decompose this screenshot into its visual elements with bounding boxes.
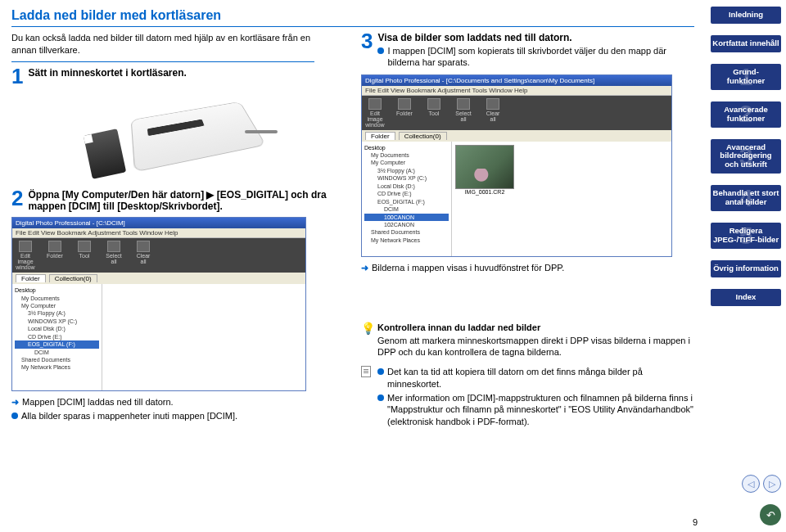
document-icon bbox=[361, 366, 373, 377]
bullet-dot bbox=[377, 394, 384, 401]
step-3-number: 3 bbox=[361, 32, 373, 71]
nav-ovrig[interactable]: Övrig information bbox=[711, 260, 781, 277]
bullet-dot bbox=[11, 413, 18, 419]
tip-notes: Det kan ta tid att kopiera till datorn o… bbox=[361, 366, 694, 429]
ss1-view bbox=[102, 284, 305, 390]
step-3-bullet: I mappen [DCIM] som kopierats till skriv… bbox=[377, 45, 694, 69]
prev-page-button[interactable]: ◁ bbox=[742, 475, 760, 493]
caption-a1: ➜ Mappen [DCIM] laddas ned till datorn. bbox=[11, 396, 345, 408]
nav-inledning[interactable]: Inledning bbox=[711, 7, 781, 24]
nav-jpeg[interactable]: 5Redigera JPEG-/TIFF-bilder bbox=[711, 223, 781, 249]
tb-folder: Folder bbox=[45, 241, 65, 270]
screenshot-dpp-2: Digital Photo Professional - [C:\Documen… bbox=[361, 74, 672, 257]
reader-body-shape bbox=[130, 101, 265, 173]
tb-clear-all: Clear all bbox=[133, 241, 153, 270]
step-2-title: Öppna [My Computer/Den här datorn] ▶ [EO… bbox=[28, 189, 345, 212]
sidebar-nav: Inledning Kortfattat innehåll 1Grund- fu… bbox=[706, 0, 786, 532]
caption-b1: Alla bilder sparas i mappenheter inuti m… bbox=[11, 410, 345, 422]
step-3: 3 Visa de bilder som laddats ned till da… bbox=[361, 32, 694, 71]
tip2-b2: Mer information om [DCIM]-mappstrukturen… bbox=[377, 392, 694, 427]
page-title: Ladda ned bilder med kortläsaren bbox=[11, 8, 694, 27]
nav-grund[interactable]: 1Grund- funktioner bbox=[711, 64, 781, 90]
nav-index[interactable]: Index bbox=[711, 289, 781, 306]
back-button[interactable]: ↶ bbox=[760, 504, 781, 525]
ss2-toolbar: Edit image window Folder Tool Select all… bbox=[362, 96, 671, 130]
next-page-button[interactable]: ▷ bbox=[763, 475, 781, 493]
bullet-dot bbox=[377, 47, 384, 54]
tb-select-all: Select all bbox=[104, 241, 124, 270]
bullet-dot bbox=[377, 368, 384, 375]
nav-kortfattat[interactable]: Kortfattat innehåll bbox=[711, 35, 781, 52]
ss1-menubar: File Edit View Bookmark Adjustment Tools… bbox=[12, 228, 305, 238]
step-2: 2 Öppna [My Computer/Den här datorn] ▶ [… bbox=[11, 189, 345, 214]
ss2-tree: Desktop My Documents My Computer 3½ Flop… bbox=[362, 142, 452, 256]
tb-tool: Tool bbox=[75, 241, 94, 270]
ss2-menubar: File Edit View Bookmark Adjustment Tools… bbox=[362, 86, 671, 96]
arrow-icon: ➜ bbox=[11, 396, 19, 408]
tip-check: 💡 Kontrollera innan du laddar ned bilder… bbox=[361, 322, 694, 358]
card-reader-illustration bbox=[84, 91, 273, 181]
step-2-number: 2 bbox=[11, 189, 23, 214]
lightbulb-icon: 💡 bbox=[361, 322, 373, 334]
intro-text: Du kan också ladda ned bilder till dator… bbox=[11, 32, 314, 62]
main-content: Ladda ned bilder med kortläsaren Du kan … bbox=[0, 0, 706, 532]
right-column: 3 Visa de bilder som laddats ned till da… bbox=[361, 32, 694, 430]
tip1-title: Kontrollera innan du laddar ned bilder bbox=[377, 322, 694, 332]
sd-card-shape bbox=[83, 128, 125, 179]
step-1-number: 1 bbox=[11, 67, 23, 86]
thumbnail bbox=[455, 145, 514, 189]
step-1-title: Sätt in minneskortet i kortläsaren. bbox=[28, 67, 345, 79]
step-3-title: Visa de bilder som laddats ned till dato… bbox=[377, 32, 694, 43]
tb-edit-image: Edit image window bbox=[365, 98, 385, 128]
ss1-tabs: Folder Collection(0) bbox=[12, 273, 305, 284]
ss2-tab-folder: Folder bbox=[365, 132, 395, 140]
tip1-text: Genom att markera minneskortsmappen dire… bbox=[377, 335, 694, 358]
ss2-titlebar: Digital Photo Professional - [C:\Documen… bbox=[362, 75, 671, 86]
nav-footer: ◁ ▷ bbox=[711, 475, 781, 493]
tb-clear-all: Clear all bbox=[483, 98, 503, 128]
left-column: Du kan också ladda ned bilder till dator… bbox=[11, 32, 345, 430]
step-1: 1 Sätt in minneskortet i kortläsaren. bbox=[11, 67, 345, 86]
nav-bildredigering[interactable]: 3Avancerad bildredigering och utskrift bbox=[711, 139, 781, 174]
nav-behandla[interactable]: 4Behandla ett stort antal bilder bbox=[711, 185, 781, 211]
ss1-tree: Desktop My Documents My Computer 3½ Flop… bbox=[12, 284, 102, 390]
tb-edit-image: Edit image window bbox=[16, 241, 35, 270]
tb-folder: Folder bbox=[395, 98, 414, 128]
nav-avancerade[interactable]: 2Avancerade funktioner bbox=[711, 101, 781, 128]
thumbnail-label: IMG_0001.CR2 bbox=[455, 189, 514, 195]
tip2-b1: Det kan ta tid att kopiera till datorn o… bbox=[377, 366, 694, 390]
screenshot-dpp-1: Digital Photo Professional - [C:\DCIM] F… bbox=[11, 217, 306, 391]
ss2-view: IMG_0001.CR2 bbox=[452, 142, 671, 256]
ss2-tabs: Folder Collection(0) bbox=[362, 130, 671, 142]
ss1-tab-folder: Folder bbox=[16, 274, 46, 282]
tb-tool: Tool bbox=[424, 98, 444, 128]
ss1-titlebar: Digital Photo Professional - [C:\DCIM] bbox=[12, 218, 305, 228]
caption-a2: ➜ Bilderna i mappen visas i huvudfönstre… bbox=[361, 262, 694, 273]
tb-select-all: Select all bbox=[454, 98, 473, 128]
ss2-tab-collection: Collection(0) bbox=[399, 132, 447, 140]
arrow-icon: ➜ bbox=[361, 262, 368, 273]
cable-shape bbox=[245, 130, 278, 133]
ss1-toolbar: Edit image window Folder Tool Select all… bbox=[12, 238, 305, 273]
ss1-tab-collection: Collection(0) bbox=[49, 274, 97, 282]
page-number: 9 bbox=[693, 517, 698, 527]
